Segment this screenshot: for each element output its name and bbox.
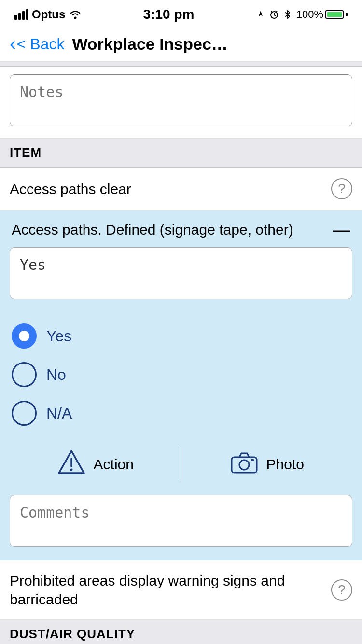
radio-option-no[interactable]: No — [12, 355, 350, 394]
item-section-label: ITEM — [0, 139, 362, 168]
svg-rect-2 — [22, 11, 25, 20]
radio-option-yes[interactable]: Yes — [12, 317, 350, 355]
system-icons: 100% — [256, 8, 348, 21]
wifi-icon — [69, 10, 82, 19]
svg-rect-0 — [14, 15, 17, 20]
dust-section-label: DUST/AIR QUALITY — [0, 620, 362, 644]
svg-point-12 — [70, 469, 72, 471]
list-item-access-paths[interactable]: Access paths clear ? — [0, 168, 362, 210]
warning-icon — [57, 449, 86, 479]
alarm-icon — [269, 10, 279, 19]
notes-section — [0, 67, 362, 139]
notes-input[interactable] — [10, 74, 352, 126]
radio-na-circle[interactable] — [12, 401, 37, 426]
expanded-panel-access-paths: Access paths. Defined (signage tape, oth… — [0, 210, 362, 560]
svg-rect-3 — [26, 9, 28, 20]
list-item-prohibited[interactable]: Prohibited areas display warning signs a… — [0, 560, 362, 620]
photo-button[interactable]: Photo — [181, 444, 353, 485]
radio-yes-inner — [19, 331, 29, 341]
back-label[interactable]: < Back — [17, 35, 65, 53]
carrier-label: Optus — [32, 8, 65, 21]
action-photo-row: Action Photo — [10, 442, 352, 486]
comments-input[interactable] — [10, 495, 352, 547]
radio-option-na[interactable]: N/A — [12, 394, 350, 433]
response-input[interactable]: Yes — [10, 247, 352, 299]
list-item-prohibited-text: Prohibited areas display warning signs a… — [10, 571, 324, 609]
scroll-indicator — [0, 62, 362, 67]
collapse-button[interactable]: — — [333, 221, 350, 238]
svg-point-14 — [239, 460, 249, 470]
radio-yes-label: Yes — [46, 327, 71, 345]
carrier-signal: Optus — [14, 8, 82, 21]
battery-indicator: 100% — [296, 8, 348, 21]
radio-no-circle[interactable] — [12, 362, 37, 387]
page-title: Workplace Inspec… — [72, 35, 228, 54]
status-bar: Optus 3:10 pm 100% — [0, 0, 362, 27]
bluetooth-icon — [283, 10, 292, 19]
help-icon-access-paths[interactable]: ? — [331, 178, 352, 199]
panel-title: Access paths. Defined (signage tape, oth… — [12, 222, 293, 238]
action-button[interactable]: Action — [10, 442, 181, 486]
help-icon-prohibited[interactable]: ? — [331, 579, 352, 601]
action-label: Action — [94, 456, 134, 473]
svg-rect-15 — [251, 459, 254, 461]
svg-rect-1 — [18, 13, 21, 20]
battery-icon — [325, 10, 348, 19]
svg-point-4 — [74, 17, 77, 19]
camera-icon — [230, 450, 259, 478]
radio-group: Yes No N/A — [0, 312, 362, 437]
back-button[interactable]: ‹ < Back — [10, 34, 64, 55]
location-icon — [256, 10, 265, 19]
photo-label: Photo — [266, 456, 304, 473]
chevron-left-icon: ‹ — [10, 34, 16, 55]
help-symbol-prohibited: ? — [338, 582, 346, 598]
nav-bar: ‹ < Back Workplace Inspec… — [0, 27, 362, 62]
radio-yes-circle[interactable] — [12, 323, 37, 349]
battery-percentage: 100% — [296, 8, 323, 21]
help-symbol: ? — [338, 181, 346, 196]
svg-line-7 — [274, 15, 276, 16]
list-item-text: Access paths clear — [10, 180, 324, 198]
radio-no-label: No — [46, 366, 66, 384]
radio-na-label: N/A — [46, 405, 72, 422]
panel-header: Access paths. Defined (signage tape, oth… — [0, 210, 362, 247]
clock: 3:10 pm — [143, 7, 195, 22]
signal-icon — [14, 9, 28, 20]
